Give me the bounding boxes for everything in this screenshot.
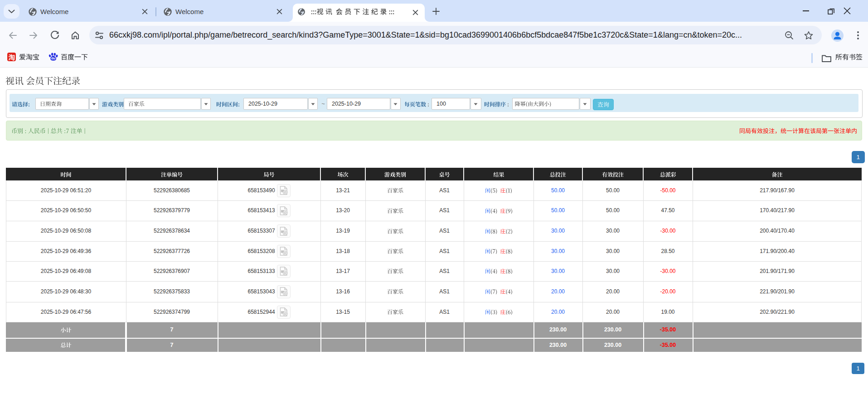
svg-text:du: du: [51, 56, 56, 60]
